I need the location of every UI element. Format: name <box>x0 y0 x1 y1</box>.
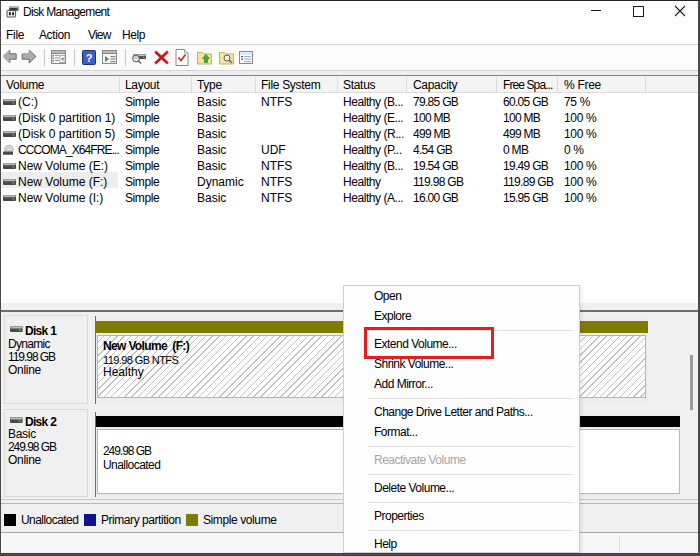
svg-text:?: ? <box>86 52 93 64</box>
